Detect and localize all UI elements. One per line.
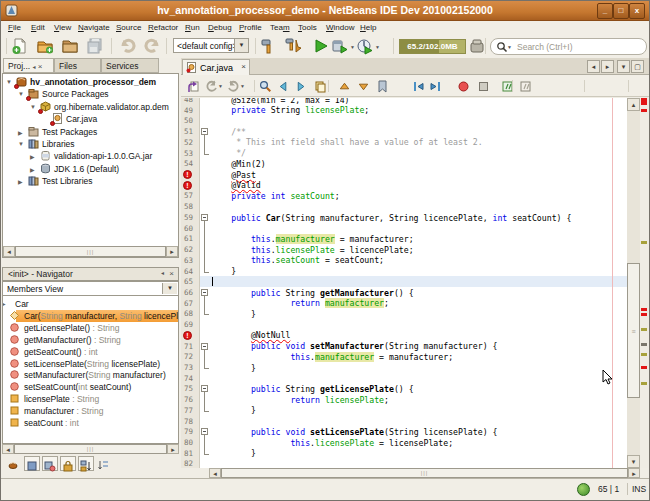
maximize-button[interactable]: □ (613, 3, 629, 19)
shift-right-icon[interactable] (429, 79, 443, 93)
filter-inherited-icon[interactable] (6, 456, 22, 471)
navigator-item[interactable]: Car(String manufacturer, String licenceP… (3, 310, 179, 322)
menu-run[interactable]: Run (185, 23, 200, 32)
maximize-editor-button[interactable]: ▢ (631, 60, 644, 73)
fold-toggle[interactable] (201, 128, 208, 135)
gc-icon[interactable] (468, 37, 486, 55)
forward-dropdown-icon[interactable]: ▼ (240, 83, 245, 89)
code-editor[interactable]: 48 @Size(min = 2, max = 14)49 private St… (181, 98, 627, 468)
clean-build-icon[interactable] (284, 37, 302, 55)
navigator-item[interactable]: getSeatCount() : int (3, 346, 179, 358)
forward-icon[interactable] (227, 79, 241, 93)
stripe-mark[interactable] (641, 353, 647, 356)
scroll-tabs-right-button[interactable]: ▸ (601, 60, 614, 73)
stripe-mark[interactable] (641, 313, 647, 316)
record-macro-icon[interactable] (457, 79, 471, 93)
find-next-icon[interactable] (295, 79, 309, 93)
fold-toggle[interactable] (201, 289, 208, 296)
projects-hscrollbar[interactable]: ◂ ▸ ||| (3, 246, 178, 257)
fold-toggle[interactable] (201, 385, 208, 392)
menu-window[interactable]: Window (326, 23, 354, 32)
navigator-item[interactable]: getLicensePlate() : String (3, 322, 179, 334)
navigator-item[interactable]: getManufacturer() : String (3, 334, 179, 346)
filter-non-public-icon[interactable] (60, 456, 76, 471)
menu-help[interactable]: Help (360, 23, 376, 32)
find-icon[interactable] (259, 79, 273, 93)
filter-static-icon[interactable] (42, 456, 58, 471)
toggle-bookmark-icon[interactable] (376, 79, 390, 93)
last-edit-icon[interactable] (187, 79, 201, 93)
tab-car-java[interactable]: Car.java × (182, 59, 250, 75)
memory-indicator[interactable]: 65.2/102.0MB (399, 39, 466, 54)
redo-icon[interactable] (143, 37, 161, 55)
tab-close-icon[interactable]: × (241, 62, 246, 71)
menu-edit[interactable]: Edit (31, 23, 45, 32)
navigator-item[interactable]: setLicensePlate(String licensePlate) (3, 358, 179, 370)
config-combobox[interactable]: <default config>▼ (173, 38, 249, 53)
search-input[interactable]: ▼ Search (Ctrl+I) (490, 38, 647, 55)
tab-services[interactable]: Services (101, 58, 159, 73)
stripe-mark[interactable] (641, 366, 647, 369)
stripe-mark[interactable] (641, 343, 647, 346)
minimize-button[interactable]: _ (597, 3, 613, 19)
filter-sort-alpha-icon[interactable] (78, 456, 94, 471)
menu-refactor[interactable]: Refactor (148, 23, 178, 32)
navigator-node-car[interactable]: ▶Car (3, 298, 179, 310)
profile-dropdown-icon[interactable]: ▼ (375, 44, 380, 50)
stripe-mark[interactable] (641, 98, 647, 105)
undo-icon[interactable] (119, 37, 137, 55)
fold-toggle[interactable] (201, 343, 208, 350)
debug-icon[interactable] (331, 37, 349, 55)
filter-sort-source-icon[interactable] (96, 456, 112, 471)
menu-view[interactable]: View (54, 23, 71, 32)
save-all-icon[interactable] (86, 37, 104, 55)
menu-profile[interactable]: Profile (239, 23, 262, 32)
stripe-mark[interactable] (641, 328, 647, 331)
members-view-combobox[interactable]: Members View▼ (2, 281, 179, 296)
navigator-item[interactable]: licensePlate : String (3, 393, 179, 405)
stripe-mark[interactable] (641, 308, 647, 311)
scroll-tabs-left-button[interactable]: ◂ (587, 60, 600, 73)
menu-navigate[interactable]: Navigate (78, 23, 110, 32)
menu-tools[interactable]: Tools (298, 23, 317, 32)
navigator-item[interactable]: setSeatCount(int seatCount) (3, 381, 179, 393)
editor-hscrollbar[interactable]: ◂ ▸ ||| (209, 468, 640, 478)
new-file-icon[interactable] (11, 37, 29, 55)
new-project-icon[interactable] (36, 37, 54, 55)
fold-toggle[interactable] (201, 214, 208, 221)
run-icon[interactable] (312, 37, 330, 55)
fold-toggle[interactable] (201, 428, 208, 435)
debug-dropdown-icon[interactable]: ▼ (350, 44, 355, 50)
menu-file[interactable]: File (8, 23, 21, 32)
build-icon[interactable] (259, 37, 277, 55)
combo-dropdown-icon[interactable]: ▼ (234, 39, 248, 52)
toggle-highlight-icon[interactable] (314, 79, 328, 93)
prev-bookmark-icon[interactable] (338, 79, 352, 93)
menu-source[interactable]: Source (116, 23, 141, 32)
next-bookmark-icon[interactable] (357, 79, 371, 93)
close-button[interactable]: x (629, 3, 645, 19)
tab-projects[interactable]: Proj... ◂ × (3, 58, 54, 73)
shift-left-icon[interactable] (412, 79, 426, 93)
filter-fields-icon[interactable] (24, 456, 40, 471)
navigator-hscrollbar[interactable]: ◂ ▸ ||| (2, 444, 179, 454)
menu-debug[interactable]: Debug (208, 23, 232, 32)
tab-list-button[interactable]: ▾ (617, 60, 630, 73)
back-dropdown-icon[interactable]: ▼ (218, 83, 223, 89)
open-project-icon[interactable] (61, 37, 79, 55)
navigator-item[interactable]: setManufacturer(String manufacturer) (3, 369, 179, 381)
find-prev-icon[interactable] (277, 79, 291, 93)
back-icon[interactable] (205, 79, 219, 93)
navigator-header[interactable]: <init> - Navigator◂× (2, 267, 179, 281)
error-stripe[interactable] (640, 98, 649, 468)
editor-vscrollbar[interactable]: ▴ ▾ ≡ (627, 98, 640, 468)
profile-icon[interactable] (356, 37, 374, 55)
stripe-mark[interactable] (641, 382, 647, 385)
stripe-mark[interactable] (641, 241, 647, 244)
search-dropdown-icon[interactable]: ▼ (507, 44, 512, 50)
title-bar[interactable]: hv_annotation_processor_demo - NetBeans … (1, 1, 649, 21)
tab-files[interactable]: Files (54, 58, 101, 73)
navigator-item[interactable]: manufacturer : String (3, 405, 179, 417)
menu-team[interactable]: Team (270, 23, 290, 32)
stop-macro-icon[interactable] (477, 79, 491, 93)
